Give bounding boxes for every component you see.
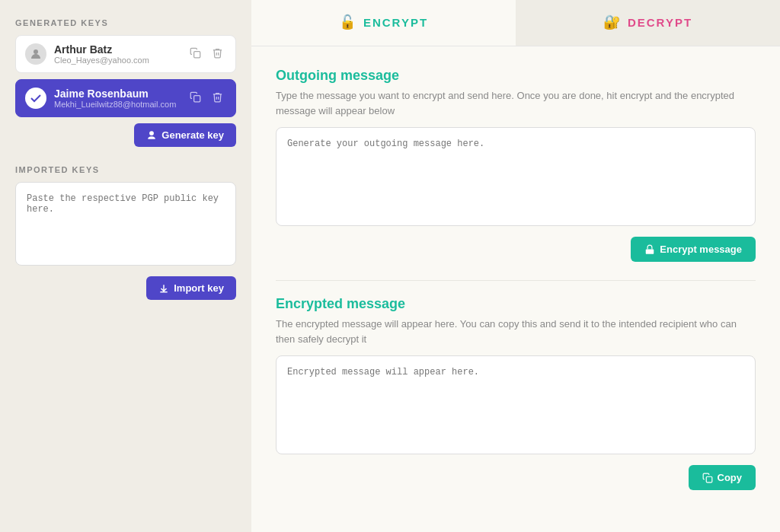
right-panel: 🔓 ENCRYPT 🔐 DECRYPT Outgoing message Typ… xyxy=(251,0,780,532)
key-info-1: Arthur Batz Cleo_Hayes@yahoo.com xyxy=(54,43,179,65)
generated-keys-section: GENERATED KEYS Arthur Batz Cleo_Hayes@ya… xyxy=(15,18,236,147)
svg-rect-4 xyxy=(706,476,712,483)
key-copy-btn-1[interactable] xyxy=(187,46,204,62)
key-item-1[interactable]: Arthur Batz Cleo_Hayes@yahoo.com xyxy=(15,35,236,73)
lock-icon: 🔐 xyxy=(603,14,622,30)
outgoing-message-textarea[interactable] xyxy=(276,127,756,226)
encrypted-message-textarea[interactable] xyxy=(276,355,756,454)
encrypted-message-section: Encrypted message The encrypted message … xyxy=(276,296,756,490)
tab-decrypt[interactable]: 🔐 DECRYPT xyxy=(516,0,780,46)
key-avatar-2 xyxy=(25,88,46,109)
key-info-2: Jaime Rosenbaum Mekhi_Lueilwitz88@hotmai… xyxy=(54,88,179,109)
key-email-1: Cleo_Hayes@yahoo.com xyxy=(54,56,179,65)
key-copy-btn-2[interactable] xyxy=(187,90,204,107)
import-icon xyxy=(158,283,169,294)
key-actions-1 xyxy=(187,46,226,62)
import-key-button[interactable]: Import key xyxy=(146,276,236,300)
section-divider xyxy=(276,280,756,281)
main-content: Outgoing message Type the message you wa… xyxy=(251,46,780,532)
key-item-2[interactable]: Jaime Rosenbaum Mekhi_Lueilwitz88@hotmai… xyxy=(15,79,236,117)
encrypt-message-button[interactable]: Encrypt message xyxy=(631,237,756,262)
generate-icon xyxy=(146,130,157,141)
key-delete-btn-1[interactable] xyxy=(209,46,226,62)
svg-rect-2 xyxy=(194,96,200,102)
decrypt-tab-label: DECRYPT xyxy=(628,16,692,29)
imported-keys-section: IMPORTED KEYS Import key xyxy=(15,165,236,300)
left-panel: GENERATED KEYS Arthur Batz Cleo_Hayes@ya… xyxy=(0,0,251,532)
tab-bar: 🔓 ENCRYPT 🔐 DECRYPT xyxy=(251,0,780,46)
key-name-2: Jaime Rosenbaum xyxy=(54,88,179,100)
lock-small-icon xyxy=(644,244,655,255)
copy-icon xyxy=(702,473,713,483)
imported-keys-label: IMPORTED KEYS xyxy=(15,165,236,174)
import-key-textarea[interactable] xyxy=(15,182,236,266)
key-delete-btn-2[interactable] xyxy=(209,90,226,107)
key-avatar-1 xyxy=(25,43,46,65)
copy-button[interactable]: Copy xyxy=(689,465,756,490)
lock-open-icon: 🔓 xyxy=(339,14,357,30)
generated-keys-label: GENERATED KEYS xyxy=(15,18,236,27)
svg-rect-3 xyxy=(646,249,654,253)
outgoing-desc: Type the message you want to encrypt and… xyxy=(276,88,756,118)
svg-rect-1 xyxy=(194,52,200,58)
copy-action-row: Copy xyxy=(276,465,756,490)
key-actions-2 xyxy=(187,90,226,107)
outgoing-title: Outgoing message xyxy=(276,68,756,84)
encrypted-title: Encrypted message xyxy=(276,296,756,312)
outgoing-message-section: Outgoing message Type the message you wa… xyxy=(276,68,756,262)
svg-point-0 xyxy=(34,49,38,54)
tab-encrypt[interactable]: 🔓 ENCRYPT xyxy=(251,0,516,46)
encrypt-action-row: Encrypt message xyxy=(276,237,756,262)
key-name-1: Arthur Batz xyxy=(54,43,179,56)
generate-key-button[interactable]: Generate key xyxy=(134,123,236,147)
encrypted-desc: The encrypted message will appear here. … xyxy=(276,317,756,346)
encrypt-tab-label: ENCRYPT xyxy=(363,16,428,29)
key-email-2: Mekhi_Lueilwitz88@hotmail.com xyxy=(54,100,179,109)
